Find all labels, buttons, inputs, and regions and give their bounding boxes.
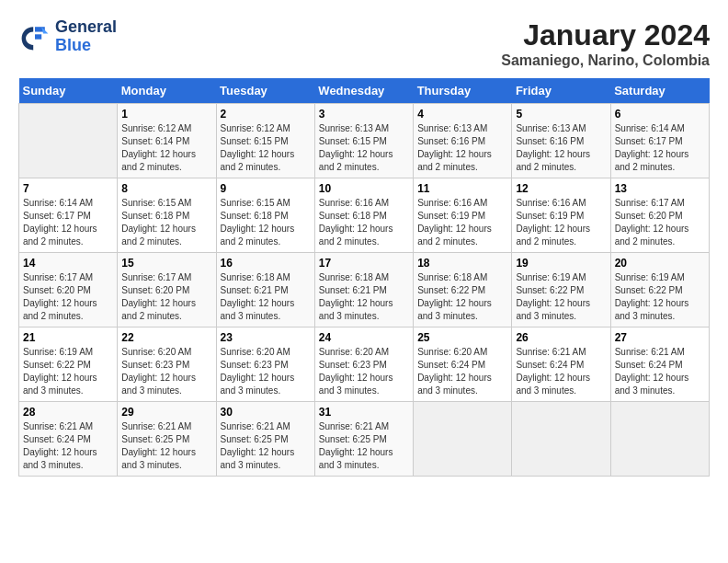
calendar-cell bbox=[19, 104, 118, 178]
day-number: 10 bbox=[319, 182, 409, 195]
page-header: General Blue January 2024 Samaniego, Nar… bbox=[18, 18, 710, 69]
day-number: 1 bbox=[121, 108, 211, 121]
day-info: Sunrise: 6:21 AM Sunset: 6:24 PM Dayligh… bbox=[615, 346, 705, 397]
daylight-text: Daylight: 12 hours and 3 minutes. bbox=[319, 446, 409, 472]
daylight-text: Daylight: 12 hours and 2 minutes. bbox=[23, 223, 113, 248]
sunrise-text: Sunrise: 6:12 AM bbox=[221, 122, 311, 135]
main-title: January 2024 bbox=[501, 18, 710, 52]
calendar-cell: 2 Sunrise: 6:12 AM Sunset: 6:15 PM Dayli… bbox=[216, 104, 314, 178]
sunset-text: Sunset: 6:22 PM bbox=[516, 284, 606, 297]
sunset-text: Sunset: 6:24 PM bbox=[23, 433, 113, 446]
day-info: Sunrise: 6:14 AM Sunset: 6:17 PM Dayligh… bbox=[23, 197, 113, 248]
daylight-text: Daylight: 12 hours and 3 minutes. bbox=[615, 297, 705, 323]
sunrise-text: Sunrise: 6:19 AM bbox=[516, 271, 606, 284]
calendar-cell: 20 Sunrise: 6:19 AM Sunset: 6:22 PM Dayl… bbox=[610, 253, 709, 327]
sunrise-text: Sunrise: 6:17 AM bbox=[23, 271, 113, 284]
sunrise-text: Sunrise: 6:16 AM bbox=[516, 197, 606, 210]
calendar-day-header: Sunday bbox=[19, 78, 118, 104]
calendar-cell: 19 Sunrise: 6:19 AM Sunset: 6:22 PM Dayl… bbox=[512, 253, 610, 327]
day-info: Sunrise: 6:12 AM Sunset: 6:15 PM Dayligh… bbox=[221, 122, 311, 174]
daylight-text: Daylight: 12 hours and 2 minutes. bbox=[516, 148, 606, 174]
calendar-cell: 11 Sunrise: 6:16 AM Sunset: 6:19 PM Dayl… bbox=[414, 178, 512, 253]
sunrise-text: Sunrise: 6:18 AM bbox=[319, 271, 409, 284]
sunrise-text: Sunrise: 6:21 AM bbox=[23, 420, 113, 433]
daylight-text: Daylight: 12 hours and 3 minutes. bbox=[23, 372, 113, 397]
day-info: Sunrise: 6:19 AM Sunset: 6:22 PM Dayligh… bbox=[516, 271, 606, 323]
day-info: Sunrise: 6:16 AM Sunset: 6:19 PM Dayligh… bbox=[417, 197, 507, 248]
sunrise-text: Sunrise: 6:13 AM bbox=[417, 122, 507, 135]
sunset-text: Sunset: 6:23 PM bbox=[221, 359, 311, 372]
calendar-cell: 12 Sunrise: 6:16 AM Sunset: 6:19 PM Dayl… bbox=[512, 178, 610, 253]
calendar-cell: 28 Sunrise: 6:21 AM Sunset: 6:24 PM Dayl… bbox=[19, 402, 118, 477]
daylight-text: Daylight: 12 hours and 3 minutes. bbox=[417, 372, 507, 397]
title-block: January 2024 Samaniego, Narino, Colombia bbox=[501, 18, 710, 69]
calendar-cell: 29 Sunrise: 6:21 AM Sunset: 6:25 PM Dayl… bbox=[118, 402, 216, 477]
calendar-cell: 22 Sunrise: 6:20 AM Sunset: 6:23 PM Dayl… bbox=[118, 327, 216, 402]
day-info: Sunrise: 6:20 AM Sunset: 6:23 PM Dayligh… bbox=[319, 346, 409, 397]
sunset-text: Sunset: 6:19 PM bbox=[417, 210, 507, 223]
day-number: 14 bbox=[23, 257, 113, 270]
day-info: Sunrise: 6:21 AM Sunset: 6:25 PM Dayligh… bbox=[221, 420, 311, 472]
calendar-cell: 27 Sunrise: 6:21 AM Sunset: 6:24 PM Dayl… bbox=[610, 327, 709, 402]
calendar-header-row: SundayMondayTuesdayWednesdayThursdayFrid… bbox=[19, 78, 710, 104]
day-number: 26 bbox=[516, 331, 606, 344]
sunrise-text: Sunrise: 6:15 AM bbox=[221, 197, 311, 210]
sunrise-text: Sunrise: 6:17 AM bbox=[121, 271, 211, 284]
day-info: Sunrise: 6:15 AM Sunset: 6:18 PM Dayligh… bbox=[221, 197, 311, 248]
daylight-text: Daylight: 12 hours and 3 minutes. bbox=[221, 446, 311, 472]
day-info: Sunrise: 6:15 AM Sunset: 6:18 PM Dayligh… bbox=[121, 197, 211, 248]
calendar-cell: 5 Sunrise: 6:13 AM Sunset: 6:16 PM Dayli… bbox=[512, 104, 610, 178]
calendar-cell: 23 Sunrise: 6:20 AM Sunset: 6:23 PM Dayl… bbox=[216, 327, 314, 402]
day-number: 12 bbox=[516, 182, 606, 195]
daylight-text: Daylight: 12 hours and 2 minutes. bbox=[417, 223, 507, 248]
logo-icon bbox=[18, 20, 51, 53]
day-number: 4 bbox=[417, 108, 507, 121]
day-number: 7 bbox=[23, 182, 113, 195]
day-number: 31 bbox=[319, 406, 409, 419]
logo-text: General Blue bbox=[55, 18, 117, 55]
daylight-text: Daylight: 12 hours and 2 minutes. bbox=[221, 148, 311, 174]
sunset-text: Sunset: 6:23 PM bbox=[319, 359, 409, 372]
calendar-week-row: 1 Sunrise: 6:12 AM Sunset: 6:14 PM Dayli… bbox=[19, 104, 710, 178]
daylight-text: Daylight: 12 hours and 3 minutes. bbox=[516, 297, 606, 323]
daylight-text: Daylight: 12 hours and 2 minutes. bbox=[516, 223, 606, 248]
calendar-cell: 31 Sunrise: 6:21 AM Sunset: 6:25 PM Dayl… bbox=[314, 402, 413, 477]
day-number: 17 bbox=[319, 257, 409, 270]
day-info: Sunrise: 6:19 AM Sunset: 6:22 PM Dayligh… bbox=[615, 271, 705, 323]
sunset-text: Sunset: 6:20 PM bbox=[23, 284, 113, 297]
day-number: 8 bbox=[121, 182, 211, 195]
calendar-week-row: 28 Sunrise: 6:21 AM Sunset: 6:24 PM Dayl… bbox=[19, 402, 710, 477]
day-number: 16 bbox=[221, 257, 311, 270]
sunset-text: Sunset: 6:23 PM bbox=[121, 359, 211, 372]
day-info: Sunrise: 6:16 AM Sunset: 6:18 PM Dayligh… bbox=[319, 197, 409, 248]
sunrise-text: Sunrise: 6:15 AM bbox=[121, 197, 211, 210]
logo: General Blue bbox=[18, 18, 117, 55]
calendar-cell: 4 Sunrise: 6:13 AM Sunset: 6:16 PM Dayli… bbox=[414, 104, 512, 178]
sunrise-text: Sunrise: 6:16 AM bbox=[417, 197, 507, 210]
day-number: 21 bbox=[23, 331, 113, 344]
sunset-text: Sunset: 6:18 PM bbox=[319, 210, 409, 223]
daylight-text: Daylight: 12 hours and 3 minutes. bbox=[121, 372, 211, 397]
sunset-text: Sunset: 6:22 PM bbox=[417, 284, 507, 297]
sunset-text: Sunset: 6:17 PM bbox=[23, 210, 113, 223]
day-info: Sunrise: 6:13 AM Sunset: 6:16 PM Dayligh… bbox=[417, 122, 507, 174]
sunrise-text: Sunrise: 6:19 AM bbox=[615, 271, 705, 284]
day-number: 2 bbox=[221, 108, 311, 121]
day-number: 28 bbox=[23, 406, 113, 419]
calendar-week-row: 14 Sunrise: 6:17 AM Sunset: 6:20 PM Dayl… bbox=[19, 253, 710, 327]
day-number: 23 bbox=[221, 331, 311, 344]
calendar-cell: 13 Sunrise: 6:17 AM Sunset: 6:20 PM Dayl… bbox=[610, 178, 709, 253]
sunrise-text: Sunrise: 6:14 AM bbox=[615, 122, 705, 135]
sunset-text: Sunset: 6:24 PM bbox=[615, 359, 705, 372]
sunset-text: Sunset: 6:25 PM bbox=[221, 433, 311, 446]
sunset-text: Sunset: 6:18 PM bbox=[121, 210, 211, 223]
day-info: Sunrise: 6:13 AM Sunset: 6:16 PM Dayligh… bbox=[516, 122, 606, 174]
day-info: Sunrise: 6:18 AM Sunset: 6:21 PM Dayligh… bbox=[319, 271, 409, 323]
daylight-text: Daylight: 12 hours and 2 minutes. bbox=[121, 148, 211, 174]
daylight-text: Daylight: 12 hours and 2 minutes. bbox=[121, 297, 211, 323]
day-info: Sunrise: 6:18 AM Sunset: 6:22 PM Dayligh… bbox=[417, 271, 507, 323]
calendar-cell: 8 Sunrise: 6:15 AM Sunset: 6:18 PM Dayli… bbox=[118, 178, 216, 253]
daylight-text: Daylight: 12 hours and 2 minutes. bbox=[615, 223, 705, 248]
day-info: Sunrise: 6:21 AM Sunset: 6:25 PM Dayligh… bbox=[121, 420, 211, 472]
daylight-text: Daylight: 12 hours and 2 minutes. bbox=[221, 223, 311, 248]
